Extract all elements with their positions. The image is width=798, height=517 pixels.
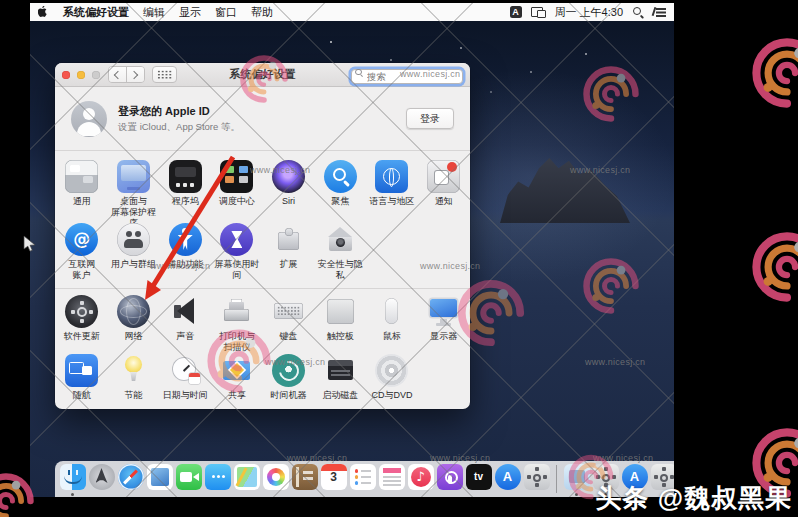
pref-item-mouse[interactable]: 鼠标: [366, 295, 418, 354]
pref-item-keyboard[interactable]: 键盘: [263, 295, 315, 354]
back-button[interactable]: [109, 67, 126, 82]
dock-podcasts[interactable]: [436, 464, 463, 490]
pref-item-printer[interactable]: 打印机与 扫描仪: [211, 295, 263, 354]
dock-safari[interactable]: [117, 464, 144, 490]
pref-item-desktop[interactable]: 桌面与 屏幕保护程序: [108, 160, 160, 223]
recent-app-1-icon: [564, 464, 590, 490]
pref-item-general[interactable]: 通用: [56, 160, 108, 223]
forward-button[interactable]: [126, 67, 144, 82]
pref-item-accessibility[interactable]: 辅助功能: [159, 223, 211, 286]
dock-calendar[interactable]: 3: [320, 464, 347, 490]
pref-item-extensions[interactable]: 扩展: [263, 223, 315, 286]
input-source-icon[interactable]: A: [510, 6, 522, 18]
display-mirroring-icon[interactable]: [531, 7, 546, 18]
pref-item-datetime[interactable]: 日期与时间: [159, 354, 211, 409]
sharing-icon: [220, 354, 253, 387]
dock-system-preferences[interactable]: [523, 464, 550, 490]
dock-tv[interactable]: [465, 464, 492, 490]
apple-menu[interactable]: [38, 6, 49, 19]
pref-item-trackpad[interactable]: 触控板: [314, 295, 366, 354]
pref-item-dock[interactable]: 程序坞: [159, 160, 211, 223]
keyboard-icon: [272, 295, 305, 328]
pref-item-sidecar[interactable]: 随航: [56, 354, 108, 409]
pref-item-internet[interactable]: 互联网 账户: [56, 223, 108, 286]
apple-id-subtitle: 设置 iCloud、App Store 等。: [118, 121, 240, 134]
dock-music[interactable]: [407, 464, 434, 490]
menu-item-1[interactable]: 编辑: [143, 5, 165, 20]
dock-recent-app-1[interactable]: [563, 464, 590, 490]
dock: 3: [55, 461, 674, 497]
sidecar-icon: [65, 354, 98, 387]
dock-finder[interactable]: [59, 464, 86, 490]
dock-maps[interactable]: [233, 464, 260, 490]
pref-item-spotlight[interactable]: 聚焦: [314, 160, 366, 223]
users-icon: [117, 223, 150, 256]
nav-buttons: [108, 66, 145, 83]
pref-item-screentime[interactable]: 屏幕使用时间: [211, 223, 263, 286]
running-indicator: [575, 493, 578, 496]
menu-bar-clock[interactable]: 周一 上午4:30: [555, 5, 623, 20]
pref-item-displays[interactable]: 显示器: [418, 295, 470, 354]
minimize-button[interactable]: [77, 71, 85, 79]
pref-label: 随航: [73, 390, 91, 401]
pref-item-mission[interactable]: 调度中心: [211, 160, 263, 223]
facetime-icon: [176, 464, 202, 490]
dock-app-store[interactable]: [494, 464, 521, 490]
pref-item-cddvd[interactable]: CD与DVD: [366, 354, 418, 409]
pref-item-sharing[interactable]: 共享: [211, 354, 263, 409]
siri-icon: [272, 160, 305, 193]
pref-item-siri[interactable]: Siri: [263, 160, 315, 223]
pref-label: 触控板: [327, 331, 354, 342]
pref-item-users[interactable]: 用户与群组: [108, 223, 160, 286]
pref-item-startupdisk[interactable]: 启动磁盘: [314, 354, 366, 409]
dock-news[interactable]: [378, 464, 405, 490]
pref-item-energy[interactable]: 节能: [108, 354, 160, 409]
dock-mail[interactable]: [146, 464, 173, 490]
dock-contacts[interactable]: [291, 464, 318, 490]
messages-icon: [205, 464, 231, 490]
pref-item-security[interactable]: 安全性与隐私: [314, 223, 366, 286]
search-input[interactable]: [351, 69, 463, 84]
pref-label: 聚焦: [331, 196, 349, 207]
dock-facetime[interactable]: [175, 464, 202, 490]
pref-item-language[interactable]: 语言与地区: [366, 160, 418, 223]
login-button[interactable]: 登录: [406, 108, 454, 129]
pref-item-notifications[interactable]: 通知: [418, 160, 470, 223]
apple-id-section[interactable]: 登录您的 Apple ID 设置 iCloud、App Store 等。 登录: [55, 87, 470, 151]
menu-item-3[interactable]: 窗口: [215, 5, 237, 20]
menu-item-0[interactable]: 系统偏好设置: [63, 5, 129, 20]
mission-icon: [220, 160, 253, 193]
podcasts-icon: [437, 464, 463, 490]
dock-messages[interactable]: [204, 464, 231, 490]
pref-grid: 通用桌面与 屏幕保护程序程序坞调度中心Siri聚焦语言与地区通知互联网 账户用户…: [55, 151, 470, 409]
section-divider: [55, 288, 470, 289]
dock-reminders[interactable]: [349, 464, 376, 490]
pref-item-network[interactable]: 网络: [108, 295, 160, 354]
title-bar[interactable]: 系统偏好设置: [55, 63, 470, 87]
show-all-button[interactable]: [152, 66, 177, 83]
mouse-icon: [375, 295, 408, 328]
pref-label: 屏幕使用时间: [211, 259, 263, 281]
pref-item-timemachine[interactable]: 时间机器: [263, 354, 315, 409]
menu-item-4[interactable]: 帮助: [251, 5, 273, 20]
spiral-logo-watermark: [742, 222, 798, 312]
pref-item-update[interactable]: 软件更新: [56, 295, 108, 354]
pref-row-4: 随航节能日期与时间共享时间机器启动磁盘CD与DVD: [55, 354, 470, 409]
pref-label: 显示器: [430, 331, 457, 342]
dock-launchpad[interactable]: [88, 464, 115, 490]
pref-label: 调度中心: [219, 196, 255, 207]
dock-photos[interactable]: [262, 464, 289, 490]
menu-item-2[interactable]: 显示: [179, 5, 201, 20]
pref-label: 扩展: [280, 259, 298, 270]
apple-id-title: 登录您的 Apple ID: [118, 104, 240, 119]
menu-bar: 系统偏好设置编辑显示窗口帮助 A 周一 上午4:30: [30, 3, 674, 21]
stage: 系统偏好设置编辑显示窗口帮助 A 周一 上午4:30: [0, 0, 798, 517]
pref-item-sound[interactable]: 声音: [159, 295, 211, 354]
datetime-icon: [169, 354, 202, 387]
notification-center-icon[interactable]: [653, 7, 666, 17]
close-button[interactable]: [62, 71, 70, 79]
spotlight-search-icon[interactable]: [632, 6, 644, 18]
pref-label: Siri: [282, 196, 295, 207]
pref-label: CD与DVD: [371, 390, 412, 401]
pref-label: 程序坞: [172, 196, 199, 207]
